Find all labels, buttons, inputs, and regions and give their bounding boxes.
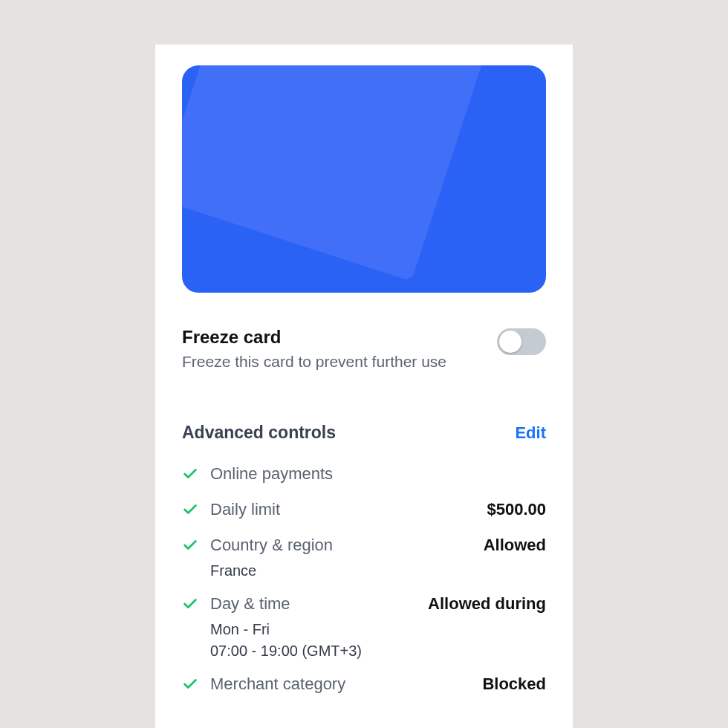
control-merchant-category: Merchant category Blocked [182,666,546,702]
card-details-panel: VIRTUAL Payhawk Advanced controls •••• 3… [155,45,573,728]
advanced-header: Advanced controls Edit [182,423,546,443]
advanced-heading: Advanced controls [182,423,336,443]
freeze-title: Freeze card [182,327,446,348]
toggle-knob [499,331,521,353]
control-label: Online payments [210,464,546,484]
control-value: Blocked [482,675,546,694]
edit-button[interactable]: Edit [515,423,546,443]
virtual-card: VIRTUAL Payhawk Advanced controls •••• 3… [182,65,546,293]
check-icon [182,501,210,518]
control-sub-country: France [182,560,546,582]
freeze-toggle[interactable] [497,328,546,355]
check-icon [182,466,210,482]
control-label: Merchant category [210,675,482,694]
control-value: Allowed during [428,594,546,614]
control-value: $500.00 [487,500,546,519]
control-label: Daily limit [210,500,487,519]
control-day-time: Day & time Allowed during [182,586,546,622]
control-label: Country & region [210,536,484,555]
control-label: Day & time [210,594,428,614]
check-icon [182,676,210,692]
card-decoration [182,65,494,282]
control-value: Allowed [484,536,546,555]
advanced-controls-list: Online payments Daily limit $500.00 Coun… [182,456,546,702]
control-daily-limit: Daily limit $500.00 [182,492,546,527]
control-sub-daytime: Mon - Fri 07:00 - 19:00 (GMT+3) [182,619,546,662]
check-icon [182,537,210,553]
check-icon [182,596,210,612]
freeze-section: Freeze card Freeze this card to prevent … [182,327,546,372]
control-country-region: Country & region Allowed [182,527,546,563]
freeze-description: Freeze this card to prevent further use [182,351,446,372]
control-online-payments: Online payments [182,456,546,492]
